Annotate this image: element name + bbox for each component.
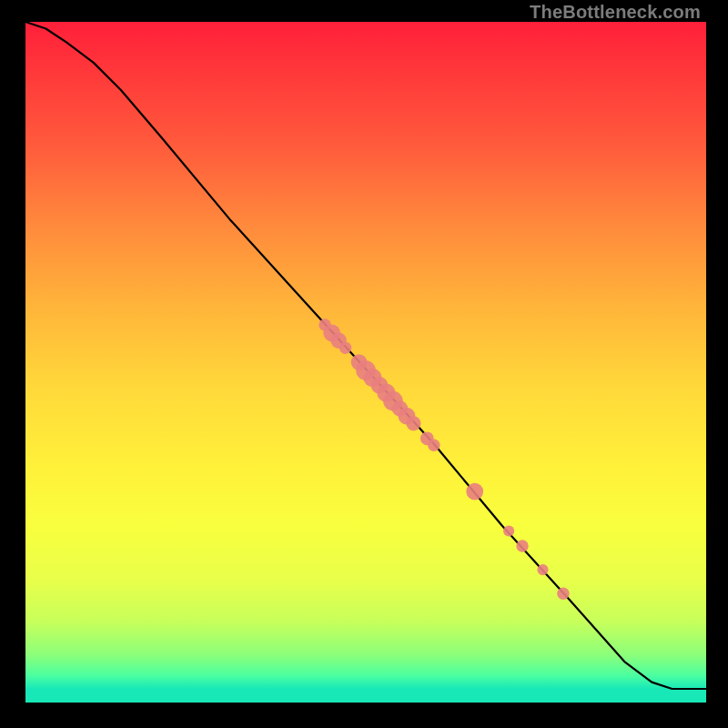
chart-point bbox=[537, 564, 548, 575]
chart-point bbox=[557, 588, 569, 600]
chart-point bbox=[466, 483, 483, 500]
chart-plot-area bbox=[25, 22, 706, 703]
chart-point bbox=[516, 540, 528, 551]
chart-point bbox=[406, 416, 420, 430]
chart-point bbox=[503, 525, 514, 536]
chart-svg bbox=[25, 22, 706, 703]
chart-stage: TheBottleneck.com bbox=[0, 0, 728, 728]
watermark-text: TheBottleneck.com bbox=[530, 2, 701, 23]
chart-curve bbox=[25, 22, 706, 689]
chart-point bbox=[428, 440, 440, 451]
chart-point bbox=[339, 342, 351, 354]
